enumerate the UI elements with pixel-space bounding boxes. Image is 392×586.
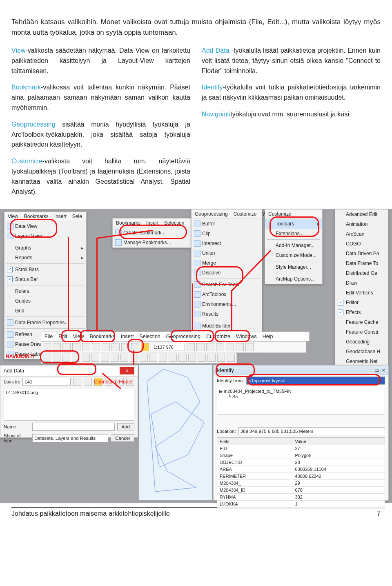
menubar-windows[interactable]: Windows [236, 334, 257, 339]
open-icon[interactable] [53, 343, 61, 351]
table-row[interactable]: LUOKKA1 [217, 501, 385, 508]
redo-icon[interactable] [131, 343, 139, 351]
toolbox-icon[interactable] [226, 343, 234, 351]
file-item[interactable]: L4134G010.png [6, 390, 132, 395]
map-canvas[interactable] [139, 365, 212, 500]
view-item-status-bar[interactable]: ✓Status Bar [4, 274, 86, 284]
toolbars-item-feature-cache[interactable]: Feature Cache [335, 317, 388, 327]
gp-item-arctoolbox[interactable]: ArcToolbox [192, 290, 262, 299]
menu-tab-view[interactable]: View [8, 214, 18, 219]
look-in-combo[interactable]: L41 [22, 378, 71, 386]
gp-item-environments-[interactable]: Environments... [192, 299, 262, 309]
print-icon[interactable] [72, 343, 80, 351]
view-item-data-frame-properties-[interactable]: Data Frame Properties... [4, 318, 86, 328]
misc-icon-1[interactable] [187, 343, 195, 351]
view-item-reports[interactable]: Reports [4, 253, 86, 263]
menu-tab-selection[interactable]: Selection [164, 220, 184, 226]
html-popup-icon[interactable] [169, 354, 177, 362]
toolbars-item-advanced-edit[interactable]: Advanced Edit [335, 209, 388, 219]
table-row[interactable]: M204304_29 [217, 480, 385, 487]
pointer-icon[interactable] [140, 354, 148, 362]
scale-combo[interactable]: 1:137 978 [151, 344, 185, 350]
view-item-layout-view[interactable]: Layout View [4, 231, 86, 241]
menu-tab-bookmarks[interactable]: Bookmarks [24, 214, 49, 219]
misc-icon-4[interactable] [216, 343, 224, 351]
go-to-xy-icon[interactable] [207, 354, 216, 362]
toolbars-item-geocoding[interactable]: Geocoding [335, 337, 388, 347]
menu-tab-geoprocessing[interactable]: Geoprocessing [195, 211, 228, 217]
clear-selection-icon[interactable] [130, 354, 138, 362]
customize-item-arcmap-options-[interactable]: ArcMap Options... [265, 274, 322, 284]
cancel-button[interactable]: Cancel [111, 434, 134, 442]
menubar-help[interactable]: Help [263, 334, 273, 339]
view-item-guides[interactable]: Guides [4, 296, 86, 306]
menubar-selection[interactable]: Selection [139, 334, 160, 339]
gp-item-clip[interactable]: Clip [192, 229, 262, 238]
viewer-window-icon[interactable] [227, 354, 235, 362]
prev-extent-icon[interactable] [101, 354, 109, 362]
maximize-icon[interactable]: ▭ [374, 367, 379, 373]
gp-item-intersect[interactable]: Intersect [192, 238, 262, 248]
undo-icon[interactable] [121, 343, 129, 351]
table-row[interactable]: M204304_ID676 [217, 487, 385, 494]
zoom-in-icon[interactable] [43, 354, 51, 362]
customize-item-add-in-manager-[interactable]: Add-In Manager... [265, 241, 322, 250]
save-icon[interactable] [62, 343, 71, 351]
full-extent-icon[interactable] [72, 354, 80, 362]
identify-icon[interactable] [149, 354, 158, 362]
add-button[interactable]: Add [117, 423, 134, 430]
menubar-edit[interactable]: Edit [58, 334, 67, 339]
table-row[interactable]: AREA8300269,11104 [217, 466, 385, 473]
python-icon[interactable] [236, 343, 244, 351]
toolbars-item-feature-constr[interactable]: Feature Constr [335, 327, 388, 337]
view-item-data-view[interactable]: Data View [4, 221, 86, 231]
menubar-geoprocessing[interactable]: Geoprocessing [166, 334, 200, 339]
toolbars-item-effects[interactable]: ✓Effects [335, 307, 388, 317]
find-route-icon[interactable] [198, 354, 206, 362]
time-slider-icon[interactable] [217, 354, 225, 362]
toolbars-item-data-driven-pa[interactable]: Data Driven Pa [335, 249, 388, 258]
delete-icon[interactable] [111, 343, 120, 351]
tree-child[interactable]: └ Sa [219, 394, 383, 399]
toolbars-item-animation[interactable]: Animation [335, 219, 388, 229]
file-list[interactable]: L4134G010.png [4, 388, 134, 421]
add-data-icon[interactable] [141, 343, 149, 351]
toolbars-item-geodatabase-h[interactable]: Geodatabase H [335, 347, 388, 357]
measure-icon[interactable] [178, 354, 187, 362]
identify-tree[interactable]: ⊟ m203404_Projected_to_TM35FIN └ Sa [217, 387, 385, 414]
copy-icon[interactable] [92, 343, 100, 351]
toolbars-item-distributed-ge[interactable]: Distributed Ge [335, 268, 388, 278]
gp-item-search-for-tools[interactable]: Search For Tools [192, 280, 262, 290]
table-row[interactable]: FID27 [217, 445, 385, 452]
view-item-rulers[interactable]: Rulers [4, 286, 86, 296]
table-row[interactable]: PERIMETER43600,62242 [217, 473, 385, 480]
identify-from-combo[interactable]: <Top-most layer> [246, 377, 385, 385]
cut-icon[interactable] [82, 343, 90, 351]
select-features-icon[interactable] [120, 354, 129, 362]
up-folder-icon[interactable] [73, 378, 81, 386]
menubar-customize[interactable]: Customize [206, 334, 230, 339]
home-icon[interactable] [84, 378, 92, 386]
hyperlink-icon[interactable] [159, 354, 167, 362]
toolbars-item-edit-vertices[interactable]: Edit Vertices [335, 288, 388, 298]
toolbars-item-draw[interactable]: Draw [335, 278, 388, 288]
table-row[interactable]: RYHMA302 [217, 494, 385, 501]
next-extent-icon[interactable] [111, 354, 119, 362]
view-item-graphs[interactable]: Graphs [4, 243, 86, 253]
new-doc-icon[interactable] [43, 343, 51, 351]
fixed-zoom-in-icon[interactable] [82, 354, 90, 362]
paste-icon[interactable] [102, 343, 110, 351]
toolbars-item-data-frame-to[interactable]: Data Frame To [335, 258, 388, 268]
table-row[interactable]: OBJECTID28 [217, 459, 385, 466]
menubar-file[interactable]: File [45, 334, 53, 339]
menu-tab-customize2[interactable]: Customize [268, 211, 292, 217]
menu-tab-bookmarks2[interactable]: Bookmarks [116, 220, 140, 226]
toolbars-item-cogo[interactable]: COGO [335, 239, 388, 249]
misc-icon-2[interactable] [196, 343, 205, 351]
menu-tab-sele[interactable]: Sele [72, 214, 82, 219]
name-input[interactable] [32, 423, 115, 431]
find-binoculars-icon[interactable] [188, 354, 196, 362]
toolbars-item-arcscan[interactable]: ArcScan [335, 229, 388, 239]
pan-hand-icon[interactable] [62, 354, 70, 362]
customize-item-toolbars[interactable]: Toolbars [265, 219, 322, 229]
